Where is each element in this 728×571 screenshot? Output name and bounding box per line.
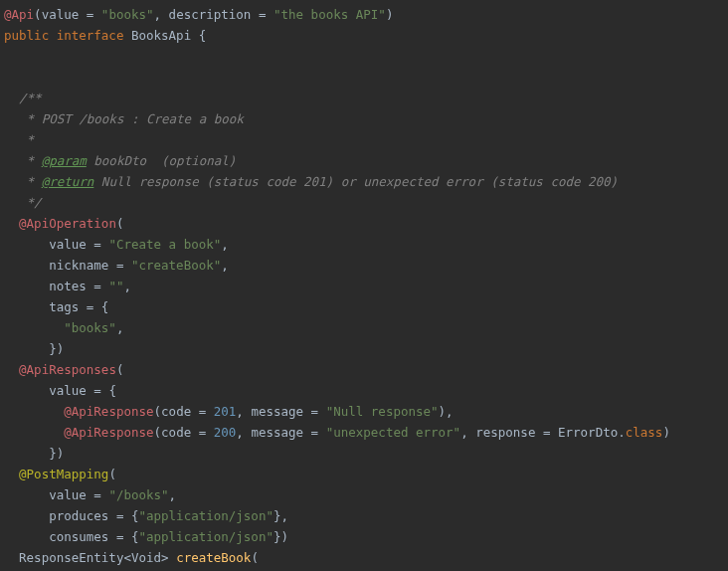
annotation-name: ApiResponses: [27, 362, 116, 377]
code-line: consumes = {"application/json"}): [4, 529, 288, 544]
code-line: value = "Create a book",: [4, 237, 229, 252]
annotation-name: ApiResponse: [72, 404, 154, 419]
code-line: @ApiResponses(: [4, 362, 123, 377]
code-line: @ApiResponse(code = 200, message = "unex…: [4, 425, 670, 440]
javadoc-tag-param: @param: [42, 153, 87, 168]
code-line: @Api(value = "books", description = "the…: [4, 7, 393, 22]
javadoc: /**: [4, 91, 42, 105]
code-line: /**: [4, 91, 42, 105]
javadoc-tag-return: @return: [42, 174, 94, 189]
javadoc: *: [4, 132, 34, 147]
code-line: produces = {"application/json"},: [4, 508, 288, 523]
code-line: nickname = "createBook",: [4, 258, 229, 273]
annotation-name: Api: [12, 7, 35, 22]
code-line: ResponseEntity<Void> createBook(: [4, 550, 259, 565]
code-line: @ApiResponse(code = 201, message = "Null…: [4, 404, 454, 419]
code-line: * @return Null response (status code 201…: [4, 174, 618, 189]
code-line: @ApiOperation(: [4, 216, 123, 231]
code-line: }): [4, 446, 64, 461]
method-name: createBook: [176, 550, 251, 565]
code-line: value = "/books",: [4, 487, 176, 502]
code-line: }): [4, 341, 64, 356]
code-line: "books",: [4, 320, 123, 335]
code-line: * POST /books : Create a book: [4, 111, 244, 126]
annotation-name: ApiOperation: [27, 216, 116, 231]
code-line: *: [4, 132, 34, 147]
code-line: public interface BooksApi {: [4, 28, 206, 43]
annotation-name: ApiResponse: [72, 425, 154, 440]
javadoc: * POST /books : Create a book: [4, 111, 244, 126]
code-line: */: [4, 195, 42, 210]
annotation-name: PostMapping: [27, 467, 109, 481]
javadoc: */: [4, 195, 42, 210]
code-editor[interactable]: @Api(value = "books", description = "the…: [0, 0, 728, 571]
code-line: notes = "",: [4, 279, 131, 293]
annotation-at: @: [4, 7, 12, 22]
code-line: * @param bookDto (optional): [4, 153, 236, 168]
code-line: value = {: [4, 383, 116, 398]
code-line: tags = {: [4, 299, 108, 314]
code-line: @PostMapping(: [4, 467, 116, 481]
